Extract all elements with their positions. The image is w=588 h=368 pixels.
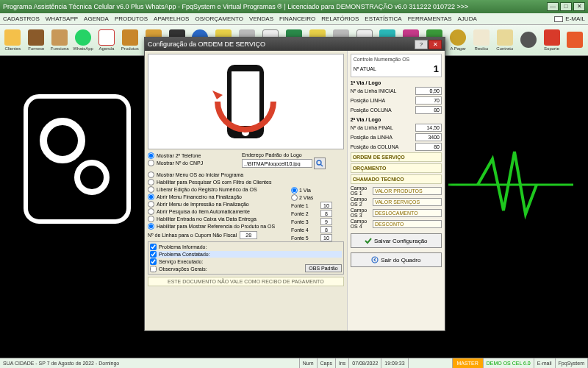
tb-whatsapp[interactable]: WhatsApp	[72, 26, 95, 54]
chk-servico-executado[interactable]	[150, 258, 157, 265]
dialog-close-button[interactable]: ✕	[429, 40, 442, 49]
via2-linha-final[interactable]	[415, 124, 442, 132]
tb-suporte[interactable]: Suporte	[540, 26, 563, 54]
tb-produtos[interactable]: Produtos	[118, 26, 141, 54]
tb-clientes[interactable]: Clientes	[1, 26, 24, 54]
envelope-icon	[554, 16, 563, 22]
fonte-1[interactable]	[320, 202, 332, 209]
window-controls: — □ ✕	[547, 2, 585, 11]
via2-header: 2ª Via / Logo	[351, 117, 442, 122]
tb-apagar[interactable]: A Pagar	[447, 26, 470, 54]
fonte-5[interactable]	[320, 234, 332, 241]
logo-path-input[interactable]	[242, 159, 312, 168]
svg-rect-0	[26, 96, 129, 222]
menu-produtos[interactable]: PRODUTOS	[115, 15, 148, 22]
orcamento-header: ORÇAMENTO	[351, 163, 442, 173]
back-arrow-icon	[371, 256, 379, 263]
check-icon	[365, 237, 372, 244]
menu-estatistica[interactable]: ESTATÍSTICA	[365, 15, 401, 22]
svg-line-9	[320, 164, 323, 166]
menu-agenda[interactable]: AGENDA	[84, 15, 109, 22]
nf-input[interactable]	[240, 231, 257, 239]
fonte-4[interactable]	[320, 226, 332, 233]
campo-os-2[interactable]	[373, 198, 442, 206]
radio-menu-financeiro[interactable]	[148, 194, 154, 200]
campo-os-1[interactable]	[373, 187, 442, 195]
chk-prob-informado[interactable]	[150, 244, 157, 250]
radio-pesquisar-filtro[interactable]	[148, 179, 154, 185]
sair-quadro-button[interactable]: Sair do Quadro	[351, 252, 442, 267]
radio-pesquisa-item[interactable]	[148, 208, 154, 215]
menu-relatorios[interactable]: RELATÓRIOS	[321, 15, 359, 22]
campo-os-3[interactable]	[373, 209, 442, 217]
status-email[interactable]: E-mail	[534, 358, 556, 368]
close-button[interactable]: ✕	[573, 2, 585, 11]
radio-menu-impressao[interactable]	[148, 201, 154, 208]
radio-mostrar-cnpj[interactable]	[148, 160, 154, 166]
menu-aparelhos[interactable]: APARELHOS	[154, 15, 189, 22]
svg-point-2	[77, 163, 107, 192]
phone-logo-icon	[212, 61, 279, 142]
tb-agenda[interactable]: Agenda	[96, 26, 118, 54]
tb-contrato[interactable]: Contrato	[493, 26, 516, 54]
status-caps: Caps	[318, 358, 336, 368]
maximize-button[interactable]: □	[560, 2, 572, 11]
status-ins: Ins	[336, 358, 349, 368]
dialog-titlebar: Configuração da ORDEM DE SERVIÇO ? ✕	[145, 38, 445, 51]
logo-path-label: Endereço Padrão do Logo	[242, 152, 344, 158]
browse-logo-button[interactable]	[314, 158, 326, 169]
fonte-2[interactable]	[320, 210, 332, 217]
obs-padrao-button[interactable]: OBS Padrão	[305, 264, 341, 272]
menu-email[interactable]: E-MAIL	[554, 15, 585, 22]
minimize-button[interactable]: —	[547, 2, 559, 11]
tb-recibo[interactable]: Recibo	[470, 26, 493, 54]
menu-os[interactable]: OS/ORÇAMENTO	[195, 15, 243, 22]
svg-rect-5	[232, 71, 259, 126]
magnifier-icon	[316, 160, 323, 167]
nf-label: Nº de Linhas para o Cupom Não Fiscal	[148, 233, 237, 238]
chk-prob-constatado[interactable]	[150, 251, 157, 258]
via1-linha-inicial[interactable]	[415, 87, 442, 95]
svg-point-8	[317, 160, 321, 165]
menu-ferramentas[interactable]: FERRAMENTAS	[408, 15, 452, 22]
status-num: Num	[300, 358, 318, 368]
menu-whatsapp[interactable]: WHATSAPP	[46, 15, 78, 22]
chk-observacoes[interactable]	[150, 266, 157, 272]
statusbar: SUA CIDADE - SP 7 de Agosto de 2022 - Do…	[0, 358, 588, 368]
status-master: MASTER	[453, 358, 484, 368]
tb-funciona[interactable]: Funciona	[49, 26, 71, 54]
menubar: CADASTROS WHATSAPP AGENDA PRODUTOS APARE…	[0, 13, 588, 25]
menu-ajuda[interactable]: AJUDA	[458, 15, 477, 22]
svg-point-1	[43, 121, 82, 160]
fonte-3[interactable]	[320, 218, 332, 225]
radio-2vias[interactable]	[291, 194, 298, 201]
ordem-servico-header: ORDEM DE SERVIÇO	[351, 152, 442, 162]
status-date: 07/08/2022	[349, 358, 381, 368]
via2-pos-coluna[interactable]	[415, 143, 442, 151]
radio-mostrar-telefone[interactable]	[148, 152, 154, 159]
tb-config[interactable]	[517, 26, 539, 54]
campo-os-4[interactable]	[373, 220, 442, 228]
menu-cadastros[interactable]: CADASTROS	[3, 15, 40, 22]
tb-fornece[interactable]: Fornece	[25, 26, 48, 54]
status-time: 19:09:33	[381, 358, 408, 368]
radio-entrada-caixa[interactable]	[148, 216, 154, 222]
radio-1via[interactable]	[291, 187, 298, 194]
via1-pos-coluna[interactable]	[415, 106, 442, 114]
salvar-config-button[interactable]: Salvar Configuração	[351, 233, 442, 248]
via-fonte-column: 1 Via 2 Vias Fonte 1 Fonte 2 Fonte 3 Fon…	[291, 187, 332, 241]
menu-vendas[interactable]: VENDAS	[249, 15, 273, 22]
status-demo: DEMO OS CEL 6.0	[484, 358, 534, 368]
radio-liberar-edicao[interactable]	[148, 186, 154, 193]
chamado-header: CHAMADO TECNICO	[351, 174, 442, 184]
via2-pos-linha[interactable]	[415, 133, 442, 141]
via1-pos-linha[interactable]	[415, 96, 442, 105]
tb-exit[interactable]	[564, 26, 587, 54]
radio-mostrar-referencia[interactable]	[148, 223, 154, 230]
radio-menu-os-iniciar[interactable]	[148, 171, 154, 178]
menu-financeiro[interactable]: FINANCEIRO	[279, 15, 315, 22]
dialog-help-button[interactable]: ?	[415, 40, 428, 49]
config-os-dialog: Configuração da ORDEM DE SERVIÇO ? ✕ Mos…	[144, 37, 445, 331]
footer-note: ESTE DOCUMENTO NÃO VALE COMO RECIBO DE P…	[148, 277, 344, 286]
status-fpq[interactable]: FpqSystem	[556, 358, 588, 368]
